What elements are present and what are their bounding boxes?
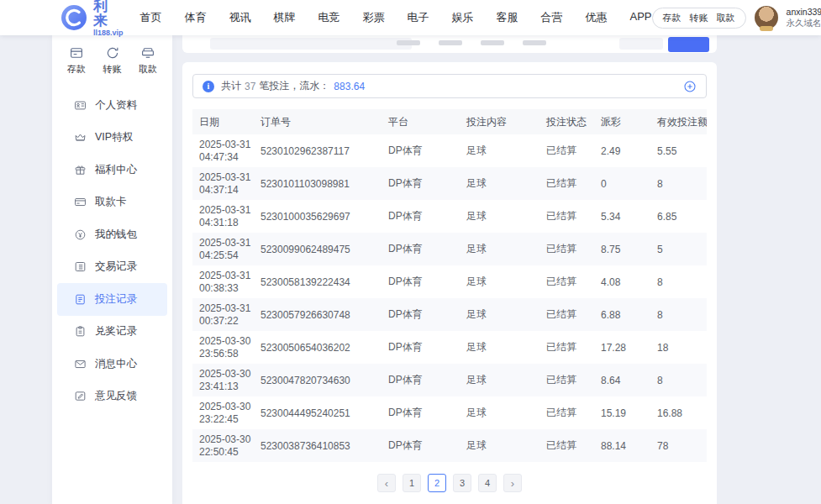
brand-icon [61,4,87,31]
page-2-button[interactable]: 2 [428,474,446,492]
cell-order: 5230038736410853 [254,440,382,452]
cell-date: 2025-03-3104:37:14 [192,171,254,197]
sidebar-item-welfare[interactable]: 福利中心 [52,154,172,186]
cell-date: 2025-03-3023:41:13 [192,368,254,393]
page-1-button[interactable]: 1 [403,474,421,492]
page-4-button[interactable]: 4 [478,474,497,492]
cell-status: 已结算 [539,209,594,223]
cell-platform: DP体育 [382,406,460,420]
logo[interactable]: 利 来 ll188.vip [61,0,124,37]
nav-item-home[interactable]: 首页 [140,10,162,25]
user-info: anxin3399 总资产：1363.49元 永久域名： ll188.vip |… [787,7,821,29]
topbar-right: 存款 转账 取款 anxin3399 总资产：1363.49元 永久域名： ll… [652,6,821,29]
cell-status: 已结算 [539,307,594,322]
cell-valid: 8 [650,309,707,321]
date-range-input[interactable] [210,38,412,50]
table-row: 2025-03-3100:38:33 5230058139222434 DP体育… [192,265,707,298]
quick-action-deposit[interactable]: 存款 [67,45,86,76]
nav-item-esports[interactable]: 电竞 [318,10,340,25]
sidebar-quick-actions: 存款 转账 取款 [52,35,172,82]
filter-option-stub[interactable] [523,40,546,45]
sidebar-item-vip[interactable]: VIP特权 [52,122,172,155]
avatar[interactable] [755,6,778,29]
pill-transfer-button[interactable]: 转账 [690,12,708,24]
cell-date: 2025-03-3104:25:54 [192,237,254,262]
pagination: ‹ 1 2 3 4 › [182,474,717,492]
cell-date: 2025-03-3023:22:45 [192,401,254,426]
gift-icon [74,164,87,176]
cell-content: 足球 [460,438,539,453]
cell-platform: DP体育 [382,340,460,354]
domain-label: 永久域名： [787,18,821,29]
cell-valid: 8 [650,178,707,190]
nav-item-board-games[interactable]: 棋牌 [274,10,296,25]
sidebar: 存款 转账 取款 [52,35,172,504]
cell-valid: 78 [650,440,707,452]
cell-valid: 16.88 [650,407,707,419]
bet-table: 日期 订单号 平台 投注内容 投注状态 派彩 有效投注额 2025-03-310… [192,109,707,462]
sidebar-item-wallet[interactable]: 我的钱包 [52,218,172,251]
col-date: 日期 [192,115,254,129]
quick-action-transfer[interactable]: 转账 [103,45,122,76]
prev-page-button[interactable]: ‹ [377,474,396,492]
cell-platform: DP体育 [382,242,460,256]
quick-action-withdraw[interactable]: 取款 [139,45,157,76]
cell-content: 足球 [460,209,539,223]
nav-item-sports[interactable]: 体育 [185,10,207,25]
cell-payout: 8.75 [594,244,650,255]
table-row: 2025-03-3022:50:45 5230038736410853 DP体育… [192,429,707,462]
nav-item-lottery[interactable]: 彩票 [363,10,385,25]
col-status: 投注状态 [539,115,594,129]
sidebar-item-withdraw-card[interactable]: 取款卡 [52,186,172,219]
filter-option-stub[interactable] [439,40,462,45]
deposit-icon [69,45,84,60]
cell-content: 足球 [460,242,539,256]
search-button[interactable] [668,37,709,52]
cell-payout: 8.64 [594,375,650,386]
col-payout: 派彩 [594,115,650,129]
prize-records-icon [74,325,87,338]
nav-item-service[interactable]: 客服 [497,10,518,25]
sidebar-item-transactions[interactable]: 交易记录 [52,251,172,284]
cell-content: 足球 [460,340,539,354]
cell-status: 已结算 [539,144,594,158]
filter-option-stub[interactable] [397,40,420,45]
summary-flow: 883.64 [334,81,365,92]
col-order: 订单号 [254,115,382,129]
wallet-pill: 存款 转账 取款 [652,8,746,29]
table-body: 2025-03-3104:47:34 5230102962387117 DP体育… [192,134,707,462]
sidebar-item-bet-records[interactable]: 投注记录 [57,283,167,316]
sidebar-item-profile[interactable]: 个人资料 [52,89,172,122]
cell-payout: 2.49 [594,145,650,157]
page-3-button[interactable]: 3 [453,474,471,492]
bank-card-icon [74,196,87,208]
expand-plus-icon[interactable] [683,80,697,93]
nav-item-app[interactable]: APP [630,10,652,25]
nav-item-slots[interactable]: 电子 [408,10,429,25]
transfer-icon [105,45,120,60]
cell-platform: DP体育 [382,307,460,322]
cell-status: 已结算 [539,373,594,387]
cell-order: 5230058139222434 [254,276,382,288]
cell-valid: 18 [650,342,707,354]
summary-prefix: 共计 [221,79,241,93]
table-row: 2025-03-3104:37:14 5230101103098981 DP体育… [192,167,707,200]
next-page-button[interactable]: › [503,474,522,492]
pill-deposit-button[interactable]: 存款 [663,12,682,24]
filter-select[interactable] [619,38,663,50]
pill-withdraw-button[interactable]: 取款 [717,12,735,24]
sidebar-item-messages[interactable]: 消息中心 [52,348,172,381]
nav-item-partner[interactable]: 合营 [541,10,563,25]
sidebar-item-prize-records[interactable]: 兑奖记录 [52,316,172,349]
nav-item-entertainment[interactable]: 娱乐 [452,10,474,25]
sidebar-item-feedback[interactable]: 意见反馈 [52,381,172,413]
cell-payout: 17.28 [594,342,650,354]
cell-payout: 88.14 [594,440,650,452]
nav-item-promotions[interactable]: 优惠 [586,10,608,25]
nav-item-live-casino[interactable]: 视讯 [229,10,251,25]
filter-option-stub[interactable] [481,40,504,45]
cell-content: 足球 [460,176,539,191]
cell-content: 足球 [460,373,539,387]
summary-count: 37 [245,81,255,92]
cell-order: 5230050654036202 [254,342,382,354]
